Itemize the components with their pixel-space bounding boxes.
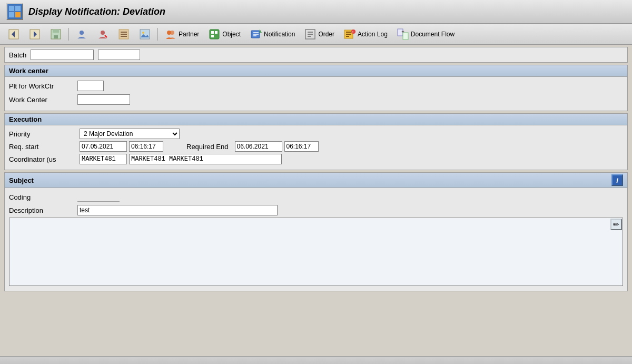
plt-label: Plt for WorkCtr [9, 82, 77, 90]
document-flow-label: Document Flow [411, 31, 455, 38]
order-button[interactable]: Order [301, 26, 338, 42]
svg-rect-38 [346, 34, 351, 35]
work-center-section: Work center Plt for WorkCtr Work Center [4, 65, 628, 111]
coordinator-name-input[interactable] [129, 154, 282, 164]
svg-rect-1 [9, 6, 14, 11]
svg-rect-17 [121, 34, 127, 35]
priority-select[interactable]: 2 Major Deviation 1 Minor Deviation 3 Cr… [80, 129, 180, 139]
save-icon [50, 28, 62, 40]
batch-section: Batch [4, 47, 628, 63]
object-button[interactable]: Object [205, 26, 244, 42]
work-center-input[interactable] [77, 94, 130, 105]
object-icon [209, 28, 220, 40]
svg-point-22 [170, 31, 174, 35]
svg-rect-39 [346, 36, 349, 37]
save-button[interactable] [46, 26, 65, 42]
edit-icon: ✏ [613, 220, 619, 229]
svg-rect-25 [215, 31, 218, 34]
status-bar [0, 356, 632, 364]
coordinator-id-input[interactable] [80, 154, 127, 164]
subject-header-label: Subject [9, 176, 34, 184]
separator-1 [68, 28, 69, 41]
separator-2 [157, 28, 158, 41]
app-icon [6, 3, 23, 20]
order-icon [304, 28, 316, 40]
notification-label: Notification [264, 31, 295, 38]
subject-header: Subject i [5, 173, 627, 188]
execution-section: Execution Priority 2 Major Deviation 1 M… [4, 113, 628, 170]
edit-icon-button[interactable]: ✏ [610, 219, 622, 230]
description-input[interactable] [77, 205, 278, 215]
svg-rect-19 [140, 29, 150, 39]
req-start-date[interactable] [80, 141, 127, 152]
work-center-label: Work Center [9, 96, 77, 104]
svg-rect-26 [211, 35, 214, 37]
notification-icon [250, 28, 262, 40]
action-log-icon: ! [344, 28, 355, 40]
back-button[interactable] [4, 26, 23, 42]
back-icon [8, 28, 19, 40]
work-center-header: Work center [5, 65, 627, 77]
coordinator-row: Coordinator (us [9, 154, 623, 164]
req-start-label: Req. start [9, 143, 77, 151]
image-icon [139, 28, 151, 40]
svg-rect-10 [53, 29, 59, 33]
toolbar: Partner Object Notification Order ! Acti… [0, 24, 632, 45]
req-end-date[interactable] [235, 141, 282, 152]
svg-rect-11 [54, 35, 58, 38]
partner-button[interactable]: Partner [161, 26, 203, 42]
user2-icon [97, 28, 108, 40]
priority-label: Priority [9, 130, 77, 138]
req-start-row: Req. start Required End [9, 141, 623, 152]
svg-rect-37 [346, 32, 351, 33]
coordinator-label: Coordinator (us [9, 155, 77, 163]
object-label: Object [222, 31, 241, 38]
svg-rect-23 [210, 29, 219, 39]
user2-button[interactable] [93, 26, 112, 42]
settings-button[interactable] [114, 26, 133, 42]
subject-section: Subject i Coding Description [4, 172, 628, 291]
user-button[interactable] [72, 26, 91, 42]
main-content: Batch Work center Plt for WorkCtr Work C… [0, 45, 632, 356]
batch-input2[interactable] [98, 50, 140, 60]
coding-row: Coding [9, 191, 623, 203]
action-log-button[interactable]: ! Action Log [340, 26, 391, 42]
svg-rect-4 [15, 12, 21, 17]
svg-point-20 [142, 32, 144, 34]
batch-label: Batch [9, 51, 26, 59]
svg-rect-16 [121, 32, 127, 33]
work-center-row: Work Center [9, 94, 623, 105]
priority-row: Priority 2 Major Deviation 1 Minor Devia… [9, 129, 623, 139]
svg-rect-24 [211, 31, 214, 34]
order-label: Order [318, 31, 334, 38]
page-title: Display Notification: Deviation [28, 6, 165, 17]
notification-button[interactable]: Notification [246, 26, 299, 42]
title-bar: Display Notification: Deviation [0, 0, 632, 24]
plt-input[interactable] [77, 81, 104, 91]
info-button[interactable]: i [611, 174, 623, 186]
req-start-time[interactable] [129, 141, 163, 152]
document-flow-icon [397, 28, 409, 40]
batch-input[interactable] [31, 50, 94, 60]
svg-rect-3 [9, 12, 14, 17]
partner-icon [165, 28, 176, 40]
info-icon-label: i [616, 176, 618, 184]
svg-line-14 [105, 35, 107, 37]
forward-button[interactable] [25, 26, 44, 42]
text-area[interactable] [9, 218, 623, 286]
svg-point-12 [80, 31, 84, 35]
forward-icon [29, 28, 41, 40]
svg-rect-43 [403, 33, 408, 40]
image-button[interactable] [135, 26, 154, 42]
svg-marker-31 [260, 29, 262, 33]
svg-point-13 [101, 31, 105, 35]
svg-rect-18 [121, 36, 127, 37]
svg-rect-2 [15, 6, 21, 11]
document-flow-button[interactable]: Document Flow [393, 26, 458, 42]
plt-workctr-row: Plt for WorkCtr [9, 80, 623, 92]
description-row: Description [9, 205, 623, 215]
coding-label: Coding [9, 193, 77, 201]
user-icon [76, 28, 87, 40]
description-label: Description [9, 206, 77, 214]
req-end-time[interactable] [284, 141, 319, 152]
